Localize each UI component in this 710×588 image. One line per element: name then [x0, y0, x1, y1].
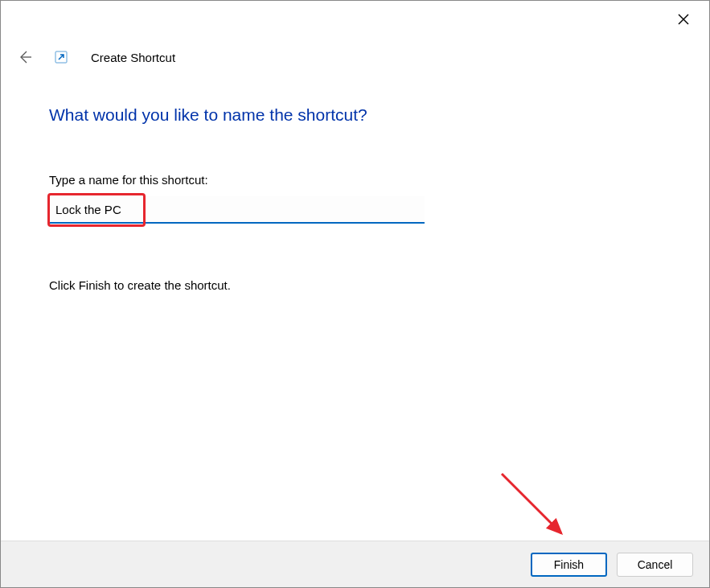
- titlebar: [1, 1, 709, 33]
- back-button[interactable]: [15, 47, 35, 67]
- close-icon: [678, 14, 689, 25]
- finish-button[interactable]: Finish: [531, 553, 607, 577]
- shortcut-icon: [54, 50, 68, 64]
- svg-line-5: [502, 474, 561, 533]
- shortcut-name-input[interactable]: [49, 196, 425, 224]
- footer: Finish Cancel: [1, 541, 709, 587]
- field-label: Type a name for this shortcut:: [49, 173, 661, 187]
- header-row: Create Shortcut: [15, 47, 175, 67]
- close-button[interactable]: [667, 7, 700, 31]
- wizard-title: Create Shortcut: [91, 51, 175, 64]
- page-heading: What would you like to name the shortcut…: [49, 105, 661, 125]
- input-wrapper: [49, 196, 425, 224]
- instruction-text: Click Finish to create the shortcut.: [49, 278, 661, 292]
- back-arrow-icon: [17, 49, 33, 65]
- cancel-button[interactable]: Cancel: [617, 553, 693, 577]
- content-area: What would you like to name the shortcut…: [49, 105, 661, 292]
